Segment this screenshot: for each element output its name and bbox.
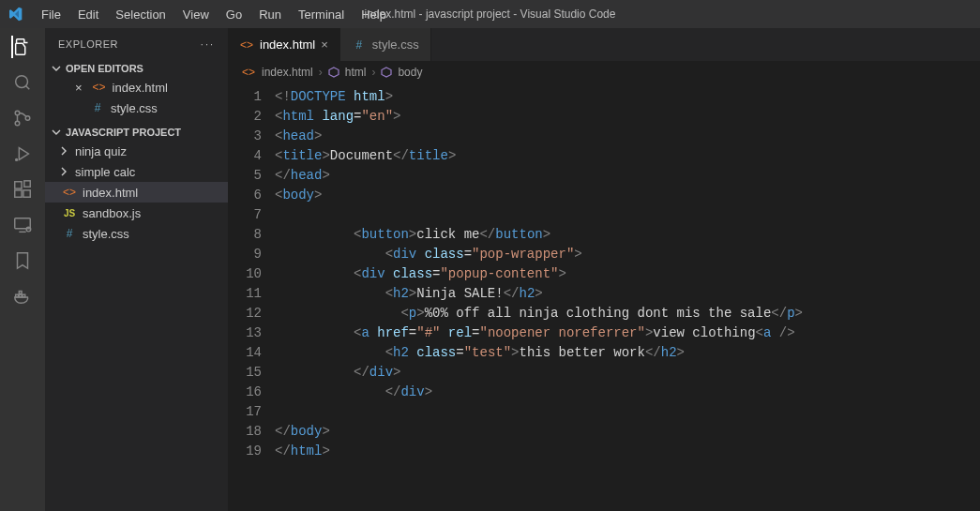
svg-point-4 xyxy=(16,159,18,161)
project-label: JAVASCRIPT PROJECT xyxy=(66,127,181,138)
more-icon[interactable]: ··· xyxy=(201,38,215,50)
activity-bar xyxy=(0,28,45,511)
html-file-icon: <> xyxy=(241,65,256,80)
menu-view[interactable]: View xyxy=(175,4,217,25)
svg-point-10 xyxy=(26,227,31,232)
element-icon xyxy=(328,67,339,78)
chevron-down-icon xyxy=(51,127,62,138)
css-file-icon: # xyxy=(62,226,77,241)
menu-file[interactable]: File xyxy=(34,4,68,25)
file-name: style.css xyxy=(111,101,158,115)
explorer-title: EXPLORER xyxy=(58,38,118,50)
sidebar-header: EXPLORER ··· xyxy=(45,28,228,60)
explorer-icon[interactable] xyxy=(11,36,34,58)
code-line[interactable]: <button>click me</button> xyxy=(275,225,980,245)
breadcrumb-segment[interactable]: index.html xyxy=(262,66,313,79)
code-line[interactable]: <!DOCTYPE html> xyxy=(275,87,980,107)
code-line[interactable]: <h2>Ninja SALE!</h2> xyxy=(275,284,980,304)
js-file-icon: JS xyxy=(62,205,77,220)
svg-point-0 xyxy=(16,76,28,88)
code-line[interactable]: </body> xyxy=(275,422,980,442)
code-line[interactable] xyxy=(275,402,980,422)
file-item[interactable]: <>index.html xyxy=(45,182,228,203)
main-menu: FileEditSelectionViewGoRunTerminalHelp xyxy=(34,4,394,25)
code-line[interactable] xyxy=(275,205,980,225)
line-numbers: 12345678910111213141516171819 xyxy=(228,83,275,511)
file-item[interactable]: JSsandbox.js xyxy=(45,203,228,223)
html-file-icon: <> xyxy=(92,80,107,95)
menu-go[interactable]: Go xyxy=(219,4,249,25)
code-line[interactable]: </div> xyxy=(275,363,980,383)
breadcrumb-segment[interactable]: body xyxy=(398,66,422,79)
remote-icon[interactable] xyxy=(11,214,34,236)
open-editor-item[interactable]: ×<>index.html xyxy=(45,77,228,98)
folder-item[interactable]: ninja quiz xyxy=(45,141,228,161)
source-control-icon[interactable] xyxy=(11,107,34,129)
code-line[interactable]: </div> xyxy=(275,383,980,402)
close-icon[interactable]: × xyxy=(75,81,83,95)
menu-help[interactable]: Help xyxy=(354,4,394,25)
svg-rect-5 xyxy=(15,182,22,188)
svg-rect-7 xyxy=(23,190,30,197)
element-icon xyxy=(381,67,392,78)
open-editor-item[interactable]: #style.css xyxy=(45,98,228,118)
html-file-icon: <> xyxy=(62,185,77,200)
breadcrumb[interactable]: <>index.html›html›body xyxy=(228,61,980,83)
chevron-down-icon xyxy=(51,63,62,74)
svg-rect-6 xyxy=(15,190,22,197)
menu-edit[interactable]: Edit xyxy=(70,4,106,25)
svg-rect-8 xyxy=(24,181,30,187)
item-label: style.css xyxy=(83,227,129,241)
tab-label: index.html xyxy=(260,38,315,52)
code-line[interactable]: </head> xyxy=(275,166,980,186)
svg-point-1 xyxy=(15,111,20,115)
chevron-right-icon xyxy=(58,166,69,177)
editor-area: <>index.html×#style.css <>index.html›htm… xyxy=(228,28,980,511)
code-line[interactable]: <div class="pop-wrapper"> xyxy=(275,245,980,264)
html-file-icon: <> xyxy=(239,38,254,53)
tab-index-html[interactable]: <>index.html× xyxy=(228,28,340,61)
chevron-right-icon xyxy=(58,145,69,157)
code-lines[interactable]: <!DOCTYPE html><html lang="en"><head><ti… xyxy=(275,83,980,511)
docker-icon[interactable] xyxy=(11,285,34,308)
tab-style-css[interactable]: #style.css xyxy=(340,28,431,61)
item-label: ninja quiz xyxy=(75,144,127,158)
file-item[interactable]: #style.css xyxy=(45,223,228,244)
item-label: simple calc xyxy=(75,165,135,179)
code-line[interactable]: <body> xyxy=(275,186,980,205)
css-file-icon: # xyxy=(90,100,105,115)
tab-label: style.css xyxy=(372,38,419,52)
search-icon[interactable] xyxy=(11,71,34,94)
code-line[interactable]: </html> xyxy=(275,442,980,461)
extensions-icon[interactable] xyxy=(11,178,34,201)
svg-rect-14 xyxy=(19,292,22,294)
code-line[interactable]: <html lang="en"> xyxy=(275,107,980,127)
vscode-logo-icon xyxy=(8,6,24,23)
code-editor[interactable]: 12345678910111213141516171819 <!DOCTYPE … xyxy=(228,83,980,511)
chevron-right-icon: › xyxy=(371,66,375,79)
item-label: index.html xyxy=(83,186,138,200)
sidebar: EXPLORER ··· OPEN EDITORS ×<>index.html#… xyxy=(45,28,228,511)
close-icon[interactable]: × xyxy=(321,38,328,52)
breadcrumb-segment[interactable]: html xyxy=(345,66,367,79)
open-editors-tree: ×<>index.html#style.css xyxy=(45,77,228,124)
menu-run[interactable]: Run xyxy=(251,4,289,25)
code-line[interactable]: <a href="#" rel="noopener noreferrer">vi… xyxy=(275,323,980,343)
code-line[interactable]: <h2 class="test">this better work</h2> xyxy=(275,343,980,363)
menu-terminal[interactable]: Terminal xyxy=(291,4,352,25)
code-line[interactable]: <head> xyxy=(275,127,980,146)
svg-point-3 xyxy=(25,116,30,121)
project-header[interactable]: JAVASCRIPT PROJECT xyxy=(45,124,228,141)
css-file-icon: # xyxy=(352,38,367,53)
run-debug-icon[interactable] xyxy=(11,143,34,165)
folder-item[interactable]: simple calc xyxy=(45,161,228,182)
bookmark-icon[interactable] xyxy=(11,249,34,272)
svg-point-2 xyxy=(15,121,20,126)
chevron-right-icon: › xyxy=(319,66,323,79)
code-line[interactable]: <p>%0% off all ninja clothing dont mis t… xyxy=(275,304,980,323)
code-line[interactable]: <div class="popup-content"> xyxy=(275,264,980,284)
code-line[interactable]: <title>Document</title> xyxy=(275,146,980,166)
menu-selection[interactable]: Selection xyxy=(108,4,173,25)
open-editors-header[interactable]: OPEN EDITORS xyxy=(45,60,228,77)
open-editors-label: OPEN EDITORS xyxy=(66,63,143,74)
